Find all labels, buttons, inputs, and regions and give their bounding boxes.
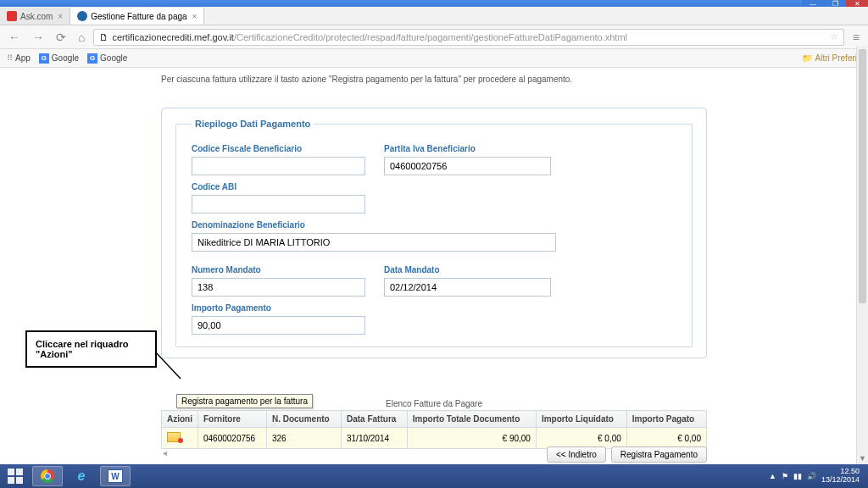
folder-icon: 📁	[802, 53, 812, 63]
google-icon: G	[39, 53, 49, 64]
label-num: Numero Mandato	[192, 265, 365, 274]
word-task[interactable]: W	[100, 466, 131, 486]
forward-button[interactable]: →	[29, 30, 47, 44]
label-importo: Importo Pagamento	[192, 303, 365, 313]
maximize-button[interactable]: ❐	[824, 0, 846, 7]
tab-gestione[interactable]: Gestione Fatture da paga ×	[70, 8, 204, 25]
annotation-callout: Cliccare nel riquadro "Azioni"	[25, 330, 157, 368]
windows-icon	[8, 469, 23, 484]
reload-button[interactable]: ⟳	[53, 30, 70, 44]
bookmarks-bar: ⠿App GGoogle GGoogle 📁Altri Preferiti	[0, 49, 868, 68]
tab-label: Gestione Fatture da paga	[91, 12, 186, 21]
label-abi: Codice ABI	[192, 182, 365, 191]
annotation-arrow	[155, 352, 186, 382]
label-piva: Partita Iva Beneficiario	[384, 144, 551, 153]
chrome-icon	[41, 469, 54, 483]
svg-rect-1	[8, 469, 14, 475]
ask-icon	[7, 11, 17, 21]
tray-network-icon[interactable]: ▮▮	[793, 472, 802, 480]
ie-icon: e	[78, 469, 86, 484]
url-path: /CertificazioneCredito/protected/respad/…	[234, 32, 627, 42]
fieldset-legend: Riepilogo Dati Pagamento	[192, 119, 314, 129]
cell-azioni	[162, 428, 198, 449]
svg-rect-2	[16, 469, 23, 475]
instruction-text: Per ciascuna fattura utilizzare il tasto…	[161, 75, 707, 84]
word-icon: W	[108, 469, 123, 483]
cell-liq: € 0,00	[536, 428, 626, 449]
tray-chevron-icon[interactable]: ▲	[769, 472, 776, 480]
cell-fornitore: 04600020756	[198, 428, 267, 449]
tray-volume-icon[interactable]: 🔊	[807, 472, 816, 480]
svg-line-0	[155, 352, 181, 379]
google-icon: G	[87, 53, 97, 64]
page-icon: 🗋	[99, 32, 108, 42]
cell-pag: € 0,00	[626, 428, 706, 449]
th-data: Data Fattura	[342, 411, 408, 428]
table-row: 04600020756 326 31/10/2014 € 90,00 € 0,0…	[162, 428, 707, 449]
registra-pagamento-button[interactable]: Registra Pagamento	[611, 446, 707, 463]
svg-rect-3	[8, 477, 14, 484]
clock[interactable]: 12.50 13/12/2014	[821, 468, 860, 485]
scroll-thumb[interactable]	[859, 49, 866, 303]
system-tray: ▲ ⚑ ▮▮ 🔊 12.50 13/12/2014	[769, 468, 868, 485]
home-button[interactable]: ⌂	[75, 30, 88, 44]
ie-task[interactable]: e	[66, 466, 97, 486]
back-button[interactable]: << Indietro	[547, 446, 606, 463]
bookmark-google[interactable]: GGoogle	[39, 53, 79, 64]
chrome-task[interactable]	[32, 466, 63, 486]
taskbar: e W ▲ ⚑ ▮▮ 🔊 12.50 13/12/2014	[0, 464, 868, 488]
back-button[interactable]: ←	[5, 30, 24, 44]
th-ndoc: N. Documento	[266, 411, 341, 428]
url-host: certificazionecrediti.mef.gov.it	[112, 32, 233, 42]
th-fornitore: Fornitore	[198, 411, 267, 428]
mef-icon	[77, 11, 87, 21]
url-bar[interactable]: 🗋 certificazionecrediti.mef.gov.it /Cert…	[93, 29, 843, 46]
th-tot: Importo Totale Documento	[407, 411, 536, 428]
th-pag: Importo Pagato	[626, 411, 706, 428]
input-piva[interactable]	[384, 157, 551, 175]
label-cf: Codice Fiscale Beneficiario	[192, 144, 365, 153]
input-cf[interactable]	[192, 157, 365, 175]
close-button[interactable]: ✕	[846, 0, 868, 7]
input-denom[interactable]	[192, 233, 556, 252]
input-importo[interactable]	[192, 316, 365, 335]
menu-button[interactable]: ≡	[849, 30, 863, 44]
invoice-table: Azioni Fornitore N. Documento Data Fattu…	[161, 410, 707, 449]
registra-pagamento-icon[interactable]	[167, 432, 181, 442]
start-button[interactable]	[0, 464, 31, 488]
input-num[interactable]	[192, 278, 365, 297]
cell-ndoc: 326	[266, 428, 341, 449]
label-denom: Denominazione Beneficiario	[192, 220, 556, 230]
payment-panel: Riepilogo Dati Pagamento Codice Fiscale …	[161, 108, 707, 358]
tab-bar: Ask.com × Gestione Fatture da paga ×	[0, 7, 868, 25]
star-icon[interactable]: ☆	[830, 31, 838, 42]
close-icon[interactable]: ×	[58, 12, 63, 21]
close-icon[interactable]: ×	[192, 12, 198, 21]
cell-tot: € 90,00	[407, 428, 536, 449]
tab-ask[interactable]: Ask.com ×	[0, 8, 70, 25]
title-bar: — ❐ ✕	[0, 0, 868, 7]
cell-data: 31/10/2014	[342, 428, 408, 449]
tray-flag-icon[interactable]: ⚑	[782, 472, 788, 480]
other-bookmarks[interactable]: 📁Altri Preferiti	[802, 53, 861, 63]
svg-rect-4	[16, 477, 23, 484]
nav-bar: ← → ⟳ ⌂ 🗋 certificazionecrediti.mef.gov.…	[0, 25, 868, 49]
minimize-button[interactable]: —	[802, 0, 824, 7]
scrollbar[interactable]: ▼	[856, 46, 868, 464]
scroll-down-icon[interactable]: ▼	[857, 452, 868, 464]
th-azioni: Azioni	[162, 411, 198, 428]
riepilogo-fieldset: Riepilogo Dati Pagamento Codice Fiscale …	[175, 119, 693, 347]
tooltip: Registra pagamento per la fattura	[176, 394, 313, 408]
apps-button[interactable]: ⠿App	[7, 53, 31, 63]
input-abi[interactable]	[192, 195, 365, 214]
th-liq: Importo Liquidato	[536, 411, 626, 428]
label-data: Data Mandato	[384, 265, 551, 274]
bookmark-google[interactable]: GGoogle	[87, 53, 127, 64]
tab-label: Ask.com	[20, 12, 53, 21]
input-data[interactable]	[384, 278, 551, 297]
